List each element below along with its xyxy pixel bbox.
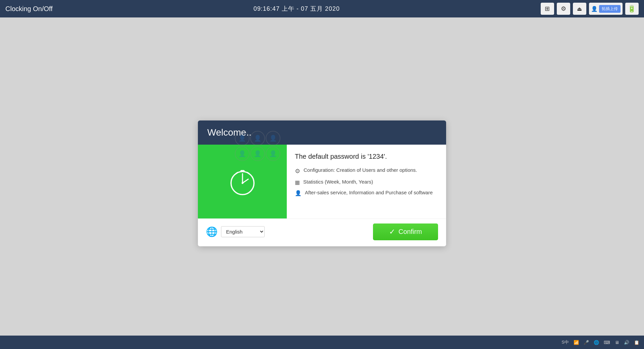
feature-configuration: ⚙ Configuration: Creation of Users and o… [295, 167, 437, 175]
stats-text: Statistics (Week, Month, Years) [303, 179, 373, 185]
upload-label: 拓插上传 [602, 6, 618, 12]
welcome-dialog: Welcome.. [198, 120, 446, 246]
stopwatch-icon [227, 166, 258, 197]
gear-icon: ⚙ [561, 5, 566, 12]
dialog-header: Welcome.. [198, 120, 446, 145]
feature-statistics: ▦ Statistics (Week, Month, Years) [295, 179, 437, 186]
taskbar-mic[interactable]: 🎤 [582, 339, 590, 346]
monitor-icon: ⊞ [545, 5, 550, 12]
password-info: The default password is '1234'. [295, 153, 437, 160]
language-icon: 🌐 [206, 226, 218, 237]
svg-point-3 [241, 182, 243, 184]
datetime-display: 09:16:47 上午 - 07 五月 2020 [254, 5, 340, 13]
battery-indicator: 🔋 [625, 3, 639, 15]
user-icon: 👤 [591, 6, 598, 12]
logout-button[interactable]: ⏏ [573, 3, 586, 15]
dialog-right-panel: The default password is '1234'. ⚙ Config… [287, 145, 446, 218]
dialog-title: Welcome.. [207, 127, 252, 138]
feature-aftersales: 👤 After-sales service, Information and P… [295, 190, 437, 196]
dialog-body: The default password is '1234'. ⚙ Config… [198, 145, 446, 218]
checkmark-icon: ✓ [389, 228, 395, 236]
taskbar-volume[interactable]: 🔊 [623, 339, 631, 346]
taskbar-ime[interactable]: S中 [560, 339, 570, 346]
person-icon: 👤 [295, 190, 302, 196]
aftersales-text: After-sales service, Information and Pur… [305, 190, 433, 195]
app-title: Clocking On/Off [5, 5, 53, 13]
language-selector-container: 🌐 English French German Spanish Chinese [206, 226, 265, 237]
monitor-button[interactable]: ⊞ [541, 3, 554, 15]
logout-icon: ⏏ [577, 6, 582, 12]
dialog-left-panel [198, 145, 287, 218]
svg-rect-4 [240, 170, 245, 171]
taskbar-clipboard[interactable]: 📋 [633, 339, 641, 346]
taskbar-keyboard[interactable]: ⌨ [602, 339, 611, 346]
topbar: Clocking On/Off 09:16:47 上午 - 07 五月 2020… [0, 0, 644, 17]
svg-line-2 [243, 179, 248, 183]
confirm-button[interactable]: ✓ Confirm [373, 223, 438, 240]
stats-icon: ▦ [295, 179, 300, 186]
upload-group: 👤 拓插上传 [589, 3, 623, 15]
battery-icon: 🔋 [628, 5, 636, 13]
language-dropdown[interactable]: English French German Spanish Chinese [221, 226, 265, 237]
taskbar-network[interactable]: 📶 [572, 339, 580, 346]
settings-button[interactable]: ⚙ [557, 3, 570, 15]
taskbar-lang[interactable]: 🌐 [592, 339, 600, 346]
topbar-controls: ⊞ ⚙ ⏏ 👤 拓插上传 🔋 [541, 3, 639, 15]
main-area: Welcome.. [0, 17, 644, 349]
taskbar-monitor[interactable]: 🖥 [613, 339, 621, 346]
config-text: Configuration: Creation of Users and oth… [304, 167, 417, 173]
upload-button[interactable]: 拓插上传 [599, 5, 621, 13]
confirm-label: Confirm [398, 228, 422, 236]
taskbar: S中 📶 🎤 🌐 ⌨ 🖥 🔊 📋 [0, 336, 644, 349]
dialog-footer: 🌐 English French German Spanish Chinese … [198, 218, 446, 246]
config-icon: ⚙ [295, 167, 300, 175]
